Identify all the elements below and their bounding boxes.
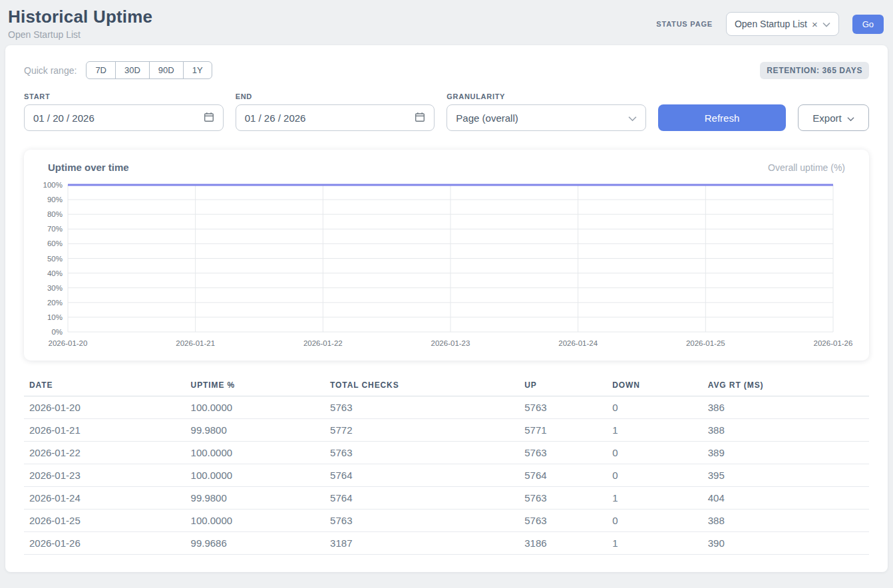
table-cell: 2026-01-23 [24,464,186,487]
table-cell: 5763 [325,396,519,419]
y-axis-tick-label: 20% [47,299,63,307]
table-cell: 5763 [325,510,519,532]
end-date-input[interactable]: 01 / 26 / 2026 [236,104,435,131]
quick-range-left: Quick range: 7D30D90D1Y [24,61,212,79]
table-cell: 5764 [325,464,519,487]
y-axis-tick-label: 90% [47,196,63,204]
quick-range-1y[interactable]: 1Y [183,61,212,79]
table-head: DATEUPTIME %TOTAL CHECKSUPDOWNAVG RT (MS… [24,376,869,396]
quick-range-row: Quick range: 7D30D90D1Y RETENTION: 365 D… [24,61,869,79]
table-cell: 388 [703,419,869,442]
quick-range-7d[interactable]: 7D [86,61,116,79]
table-row: 2026-01-20100.0000576357630386 [24,396,869,419]
uptime-chart-card: Uptime over time Overall uptime (%) 0%10… [24,150,869,361]
quick-range-label: Quick range: [24,65,77,76]
filter-form-row: START 01 / 20 / 2026 END 01 / 26 / 2026 … [24,92,869,131]
x-axis-tick-label: 2026-01-20 [49,339,88,347]
calendar-icon[interactable] [415,112,425,124]
granularity-value: Page (overall) [456,112,518,124]
x-axis-tick-label: 2026-01-24 [558,339,598,347]
table-row: 2026-01-25100.0000576357630388 [24,510,869,532]
table-cell: 100.0000 [186,396,325,419]
y-axis-tick-label: 70% [47,225,63,233]
uptime-table-body: 2026-01-20100.00005763576303862026-01-21… [24,396,869,555]
go-button[interactable]: Go [852,15,884,34]
table-cell: 404 [703,487,869,510]
table-row: 2026-01-2499.9800576457631404 [24,487,869,510]
granularity-select[interactable]: Page (overall) [446,104,646,131]
table-cell: 99.9800 [186,419,325,442]
chart-title: Uptime over time [48,162,129,173]
refresh-button[interactable]: Refresh [658,104,786,131]
table-cell: 5771 [519,419,607,442]
table-cell: 5763 [519,510,607,532]
table-cell: 5764 [325,487,519,510]
granularity-field: GRANULARITY Page (overall) [446,92,646,131]
header-controls: STATUS PAGE Open Startup List × Go [656,12,884,36]
table-cell: 99.9686 [186,532,325,555]
table-cell: 3186 [519,532,607,555]
table-cell: 5763 [519,442,607,464]
export-button-label: Export [812,112,841,124]
table-header-row: DATEUPTIME %TOTAL CHECKSUPDOWNAVG RT (MS… [24,376,869,396]
table-row: 2026-01-2699.9686318731861390 [24,532,869,555]
table-row: 2026-01-2199.9800577257711388 [24,419,869,442]
table-cell: 388 [703,510,869,532]
export-button[interactable]: Export [798,104,869,131]
granularity-label: GRANULARITY [446,92,646,100]
y-axis-tick-label: 60% [47,239,63,247]
title-block: Historical Uptime Open Startup List [8,7,152,40]
start-date-value: 01 / 20 / 2026 [33,112,94,124]
chevron-down-icon [822,18,830,30]
chevron-down-icon [847,112,854,124]
calendar-icon[interactable] [204,112,214,124]
table-cell: 3187 [325,532,519,555]
table-cell: 2026-01-21 [24,419,186,442]
table-cell: 0 [607,442,703,464]
x-axis-tick-label: 2026-01-26 [814,339,853,347]
table-cell: 395 [703,464,869,487]
status-page-label: STATUS PAGE [656,20,713,28]
col-header-uptime-: UPTIME % [186,376,325,396]
table-cell: 386 [703,396,869,419]
table-cell: 100.0000 [186,464,325,487]
chevron-down-icon [628,112,637,124]
table-cell: 2026-01-24 [24,487,186,510]
y-axis-tick-label: 50% [47,255,63,263]
clear-selection-icon[interactable]: × [812,19,818,29]
table-cell: 5764 [519,464,607,487]
table-cell: 5763 [519,396,607,419]
table-cell: 0 [607,510,703,532]
start-date-input[interactable]: 01 / 20 / 2026 [24,104,224,131]
table-cell: 390 [703,532,869,555]
table-cell: 2026-01-25 [24,510,186,532]
status-page-select[interactable]: Open Startup List × [726,12,839,36]
quick-range-30d[interactable]: 30D [115,61,150,79]
table-cell: 5763 [519,487,607,510]
page-header: Historical Uptime Open Startup List STAT… [0,0,893,45]
start-label: START [24,92,224,100]
table-cell: 2026-01-22 [24,442,186,464]
status-page-selected-value: Open Startup List [735,19,807,29]
table-cell: 5763 [325,442,519,464]
y-axis-tick-label: 30% [47,284,63,292]
chart-legend-label: Overall uptime (%) [768,162,845,173]
table-cell: 0 [607,396,703,419]
x-axis-tick-label: 2026-01-21 [176,339,215,347]
main-panel: Quick range: 7D30D90D1Y RETENTION: 365 D… [5,45,888,572]
col-header-up: UP [519,376,607,396]
uptime-table: DATEUPTIME %TOTAL CHECKSUPDOWNAVG RT (MS… [24,376,869,555]
start-field: START 01 / 20 / 2026 [24,92,224,131]
quick-range-90d[interactable]: 90D [149,61,184,79]
table-row: 2026-01-22100.0000576357630389 [24,442,869,464]
page-title: Historical Uptime [8,7,152,27]
chart-header: Uptime over time Overall uptime (%) [37,162,856,180]
table-cell: 1 [607,419,703,442]
retention-badge: RETENTION: 365 DAYS [760,62,869,79]
y-axis-tick-label: 0% [51,328,63,336]
uptime-chart: 0%10%20%30%40%50%60%70%80%90%100%2026-01… [37,180,856,351]
table-cell: 99.9800 [186,487,325,510]
table-cell: 2026-01-26 [24,532,186,555]
table-cell: 100.0000 [186,442,325,464]
table-cell: 1 [607,487,703,510]
